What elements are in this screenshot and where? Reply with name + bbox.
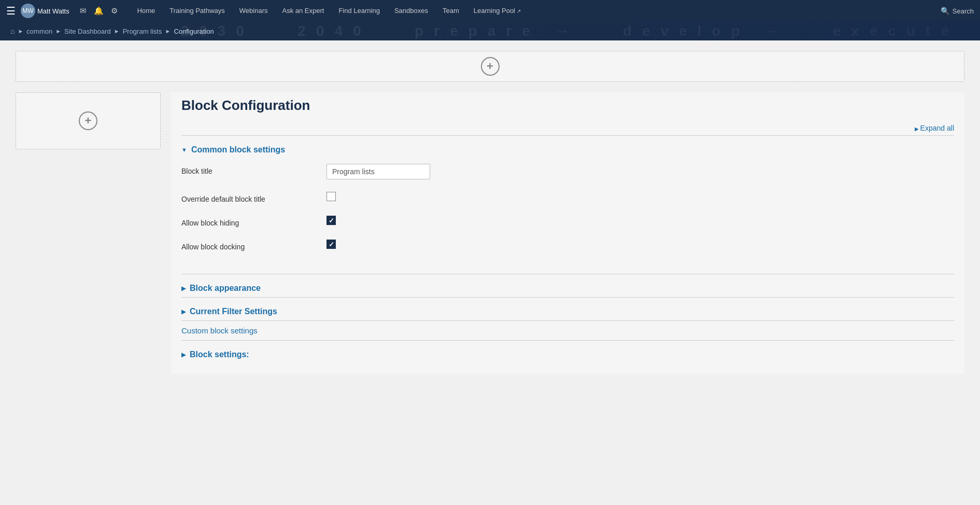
breadcrumb-sep-2: ► [114, 28, 120, 34]
section-filter: Current Filter Settings [181, 297, 954, 320]
breadcrumb-bg-text: 2030 2040 prepare → develop → execute [181, 23, 959, 39]
expand-all-row: Expand all [181, 124, 954, 132]
label-block-title: Block title [181, 164, 316, 175]
nav-link-sandboxes[interactable]: Sandboxes [387, 0, 435, 22]
page-title: Block Configuration [181, 97, 954, 114]
control-block-title[interactable] [326, 164, 430, 179]
nav-link-ask[interactable]: Ask an Expert [275, 0, 331, 22]
docking-checkbox[interactable] [326, 240, 336, 249]
avatar: MW [21, 4, 35, 18]
add-block-side[interactable]: + [16, 92, 161, 149]
nav-link-team[interactable]: Team [435, 0, 466, 22]
section-filter-header[interactable]: Current Filter Settings [181, 303, 954, 320]
breadcrumb-sep-3: ► [165, 28, 171, 34]
search-button[interactable]: 🔍 Search [941, 7, 974, 15]
nav-link-webinars[interactable]: Webinars [232, 0, 275, 22]
control-hiding[interactable] [326, 216, 336, 225]
add-block-top[interactable]: + [16, 51, 964, 82]
search-icon: 🔍 [941, 7, 949, 15]
control-override[interactable] [326, 192, 336, 201]
override-checkbox[interactable] [326, 192, 336, 201]
section-common: Common block settings Block title Overri… [181, 135, 954, 274]
breadcrumb-bar: ⌂ ► common ► Site Dashboard ► Program li… [0, 22, 980, 40]
gear-icon[interactable]: ⚙ [111, 6, 118, 16]
nav-icons: ✉ 🔔 ⚙ [80, 6, 118, 16]
section-common-label: Common block settings [191, 145, 285, 155]
section-appearance: Block appearance [181, 274, 954, 297]
nav-link-learning-pool[interactable]: Learning Pool [466, 0, 528, 22]
bell-icon[interactable]: 🔔 [94, 6, 104, 16]
top-nav: ☰ MW Matt Watts ✉ 🔔 ⚙ Home Training Path… [0, 0, 980, 22]
section-common-header[interactable]: Common block settings [181, 141, 954, 159]
control-docking[interactable] [326, 240, 336, 249]
label-hiding: Allow block hiding [181, 216, 316, 227]
breadcrumb-my-rl[interactable]: common [26, 27, 52, 35]
section-appearance-label: Block appearance [190, 284, 261, 293]
breadcrumb-program-lists[interactable]: Program lists [123, 27, 162, 35]
section-block-settings: Block settings: [181, 340, 954, 363]
nav-link-training[interactable]: Training Pathways [162, 0, 232, 22]
form-row-hiding: Allow block hiding [181, 216, 954, 227]
breadcrumb-sep-1: ► [55, 28, 61, 34]
block-title-input[interactable] [326, 164, 430, 179]
home-icon[interactable]: ⌂ [10, 27, 15, 35]
breadcrumb-site-dashboard[interactable]: Site Dashboard [64, 27, 111, 35]
breadcrumb-current: Configuration [174, 27, 214, 35]
form-row-override: Override default block title [181, 192, 954, 203]
hamburger-icon[interactable]: ☰ [6, 5, 16, 17]
nav-link-find[interactable]: Find Learning [331, 0, 387, 22]
nav-links: Home Training Pathways Webinars Ask an E… [130, 0, 941, 22]
section-filter-label: Current Filter Settings [190, 307, 277, 316]
form-row-block-title: Block title [181, 164, 954, 179]
label-override: Override default block title [181, 192, 316, 203]
hiding-checkbox[interactable] [326, 216, 336, 225]
add-block-side-icon[interactable]: + [79, 111, 97, 130]
form-row-docking: Allow block docking [181, 240, 954, 251]
block-config-panel: Block Configuration Expand all Common bl… [171, 92, 964, 374]
section-block-settings-label: Block settings: [190, 350, 249, 359]
nav-link-home[interactable]: Home [130, 0, 163, 22]
custom-block-settings-label[interactable]: Custom block settings [181, 320, 954, 340]
expand-all-link[interactable]: Expand all [915, 124, 954, 132]
username: Matt Watts [37, 7, 69, 15]
two-col-layout: + Block Configuration Expand all Common … [16, 92, 964, 374]
section-common-body: Block title Override default block title [181, 159, 954, 274]
section-block-settings-header[interactable]: Block settings: [181, 346, 954, 363]
section-appearance-header[interactable]: Block appearance [181, 279, 954, 297]
label-docking: Allow block docking [181, 240, 316, 251]
search-label: Search [953, 7, 974, 15]
main-content: + + Block Configuration Expand all Commo… [0, 40, 980, 505]
mail-icon[interactable]: ✉ [80, 6, 87, 16]
add-block-top-icon[interactable]: + [481, 57, 500, 76]
breadcrumb-sep-0: ► [18, 28, 23, 34]
